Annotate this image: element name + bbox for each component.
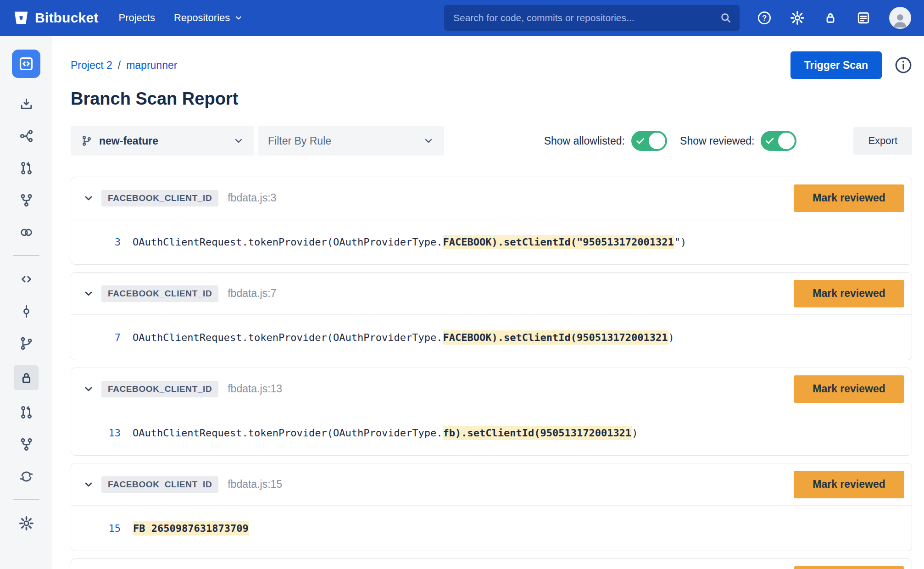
collapse-caret-icon[interactable] <box>83 479 94 490</box>
line-number: 15 <box>97 523 121 534</box>
breadcrumb-separator: / <box>118 59 121 72</box>
finding-location: fbdata.js:3 <box>228 192 276 204</box>
left-sidebar <box>0 36 52 569</box>
commits-graph-icon[interactable] <box>16 126 36 146</box>
code-segment: ) <box>668 332 674 343</box>
show-reviewed-label: Show reviewed: <box>680 135 754 147</box>
code-match-highlight: fb).setClientId(950513172001321 <box>443 426 632 440</box>
toggle-knob <box>649 133 665 149</box>
settings-gear-icon[interactable] <box>16 513 36 533</box>
mark-reviewed-button[interactable]: Mark reviewed <box>794 375 904 403</box>
mark-reviewed-button[interactable] <box>794 566 904 569</box>
branch-icon[interactable] <box>16 333 36 353</box>
toggle-knob <box>778 133 795 149</box>
code-snippet: FB 2650987631873709 <box>133 523 249 534</box>
mark-reviewed-button[interactable]: Mark reviewed <box>794 280 904 307</box>
findings-list: FACEBOOK_CLIENT_ID fbdata.js:3 Mark revi… <box>71 177 912 569</box>
code-segment: OAuthClientRequest.tokenProvider(OAuthPr… <box>133 236 443 248</box>
finding-location: fbdata.js:13 <box>228 383 282 395</box>
forks-icon[interactable] <box>16 434 36 454</box>
lock-icon[interactable] <box>823 11 838 25</box>
code-match-highlight: FB 2650987631873709 <box>133 521 249 536</box>
finding-location: fbdata.js:15 <box>228 478 282 491</box>
mark-reviewed-button[interactable]: Mark reviewed <box>794 184 904 212</box>
pull-request-icon[interactable] <box>16 158 36 178</box>
info-icon[interactable] <box>895 56 912 74</box>
pull-requests-icon[interactable] <box>16 402 36 422</box>
rule-badge: FACEBOOK_CLIENT_ID <box>101 190 218 206</box>
finding-card: FACEBOOK_CLIENT_ID fbdata.js:15 Mark rev… <box>71 463 912 551</box>
nav-icon-cluster: ? <box>757 7 911 29</box>
branch-selector[interactable]: new-feature <box>71 126 254 156</box>
collapse-caret-icon[interactable] <box>83 193 94 204</box>
finding-location: fbdata.js:7 <box>228 287 276 300</box>
code-snippet: OAuthClientRequest.tokenProvider(OAuthPr… <box>133 332 674 343</box>
rule-filter-value: Filter By Rule <box>268 135 417 147</box>
search-input[interactable] <box>444 5 740 31</box>
sidebar-divider <box>13 499 39 500</box>
chevron-down-icon <box>234 13 243 22</box>
show-allowlisted-toggle[interactable] <box>631 131 667 151</box>
security-icon[interactable] <box>14 365 39 390</box>
finding-card: FACEBOOK_CLIENT_ID fbdata.js:13 Mark rev… <box>71 368 912 456</box>
global-search <box>444 5 740 31</box>
pipelines-icon[interactable] <box>16 222 36 242</box>
breadcrumb-repo[interactable]: maprunner <box>126 59 177 72</box>
export-button[interactable]: Export <box>853 127 912 155</box>
page-title: Branch Scan Report <box>71 89 912 109</box>
code-snippet: OAuthClientRequest.tokenProvider(OAuthPr… <box>133 236 686 248</box>
fork-icon[interactable] <box>16 190 36 210</box>
code-segment: OAuthClientRequest.tokenProvider(OAuthPr… <box>133 427 443 439</box>
line-number: 3 <box>97 236 121 248</box>
branch-selector-value: new-feature <box>99 135 227 147</box>
person-icon <box>891 11 909 29</box>
svg-text:?: ? <box>762 14 767 22</box>
main-content: Project 2 / maprunner Trigger Scan Branc… <box>52 36 924 569</box>
breadcrumb-project[interactable]: Project 2 <box>71 59 112 72</box>
nav-projects[interactable]: Projects <box>119 12 155 24</box>
code-snippet: OAuthClientRequest.tokenProvider(OAuthPr… <box>133 427 638 439</box>
bitbucket-logo[interactable]: Bitbucket <box>13 10 99 26</box>
toggle-group: Show allowlisted: Show reviewed: <box>544 131 803 151</box>
nav-projects-label: Projects <box>119 12 155 24</box>
line-number: 7 <box>97 332 121 343</box>
search-icon <box>719 11 732 24</box>
breadcrumb: Project 2 / maprunner <box>71 59 177 72</box>
finding-card: FACEBOOK_CLIENT_ID fbdata.js:3 Mark revi… <box>71 177 912 265</box>
finding-card: FACEBOOK_CLIENT_ID fbdata.js:7 Mark revi… <box>71 272 912 360</box>
show-reviewed-toggle[interactable] <box>761 131 796 151</box>
commit-icon[interactable] <box>16 301 36 321</box>
rule-badge: FACEBOOK_CLIENT_ID <box>101 381 218 397</box>
trigger-scan-button[interactable]: Trigger Scan <box>790 51 882 79</box>
code-match-highlight: FACEBOOK).setClientId("950513172001321 <box>443 235 674 249</box>
help-icon[interactable]: ? <box>757 11 772 25</box>
finding-card-partial <box>71 558 912 569</box>
mark-reviewed-button[interactable]: Mark reviewed <box>794 471 904 498</box>
feedback-icon[interactable] <box>856 11 871 25</box>
sidebar-divider <box>13 255 39 256</box>
repo-avatar[interactable] <box>12 50 40 78</box>
bitbucket-bucket-icon <box>13 10 29 26</box>
code-segment: ") <box>674 236 687 248</box>
code-segment: ) <box>632 427 638 439</box>
sync-icon[interactable] <box>16 466 36 486</box>
rule-badge: FACEBOOK_CLIENT_ID <box>101 476 218 493</box>
chevron-down-icon <box>233 135 244 146</box>
avatar[interactable] <box>889 7 911 29</box>
check-icon <box>765 136 775 146</box>
checkout-icon[interactable] <box>16 94 36 114</box>
collapse-caret-icon[interactable] <box>83 288 94 299</box>
chevron-down-icon <box>423 135 434 146</box>
gear-icon[interactable] <box>790 11 805 25</box>
collapse-caret-icon[interactable] <box>83 384 94 395</box>
source-code-icon[interactable] <box>16 269 36 289</box>
nav-repositories-label: Repositories <box>174 12 230 24</box>
top-navbar: Bitbucket Projects Repositories ? <box>0 0 924 36</box>
rule-filter-dropdown[interactable]: Filter By Rule <box>258 126 444 156</box>
branch-icon <box>81 135 93 147</box>
code-match-highlight: FACEBOOK).setClientId(950513172001321 <box>443 330 668 345</box>
nav-repositories[interactable]: Repositories <box>174 12 243 24</box>
check-icon <box>635 136 646 146</box>
code-segment: OAuthClientRequest.tokenProvider(OAuthPr… <box>133 332 443 343</box>
controls-row: new-feature Filter By Rule Show allowlis… <box>71 126 912 156</box>
